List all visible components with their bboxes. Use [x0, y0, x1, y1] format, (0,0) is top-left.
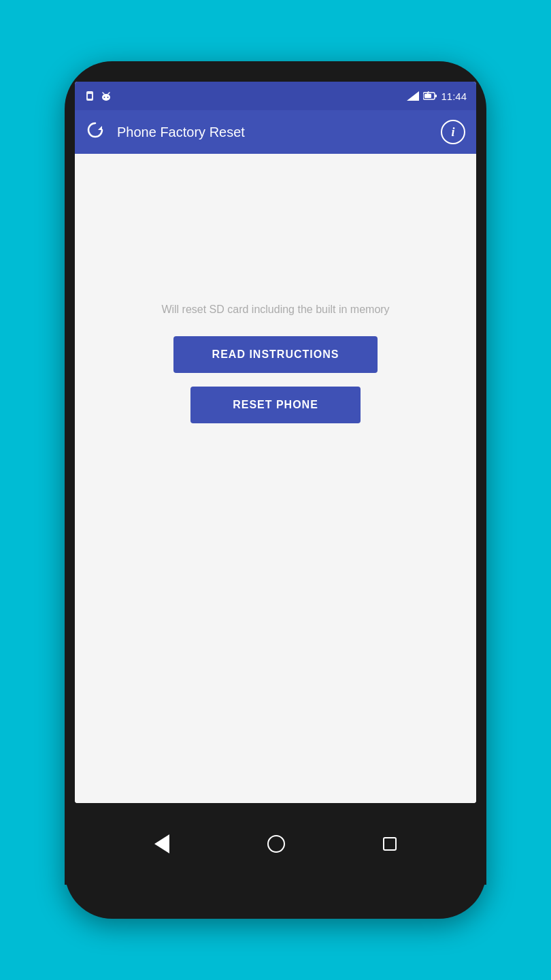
- battery-icon: [423, 91, 437, 101]
- status-bar: 11:44: [75, 82, 476, 110]
- svg-marker-7: [407, 91, 419, 101]
- status-left-icons: [84, 91, 112, 101]
- main-content: Will reset SD card including the built i…: [75, 154, 476, 803]
- svg-rect-9: [435, 95, 437, 97]
- refresh-icon[interactable]: [86, 120, 105, 144]
- svg-point-4: [107, 97, 109, 98]
- nav-back-button[interactable]: [154, 834, 169, 853]
- signal-icon: [407, 91, 419, 101]
- read-instructions-button[interactable]: READ INSTRUCTIONS: [173, 336, 378, 373]
- nav-recents-button[interactable]: [383, 837, 397, 851]
- info-icon[interactable]: i: [441, 120, 465, 144]
- svg-marker-14: [98, 126, 102, 130]
- svg-point-2: [102, 94, 110, 101]
- app-bar: Phone Factory Reset i: [75, 110, 476, 154]
- svg-line-6: [108, 93, 110, 94]
- android-icon: [101, 91, 112, 101]
- status-time: 11:44: [441, 91, 467, 102]
- nav-bar: [65, 803, 486, 885]
- description-text: Will reset SD card including the built i…: [154, 304, 396, 316]
- app-bar-title: Phone Factory Reset: [117, 125, 441, 140]
- reset-phone-button[interactable]: RESET PHONE: [190, 387, 361, 423]
- svg-rect-1: [88, 94, 92, 99]
- nav-home-button[interactable]: [267, 835, 285, 853]
- phone-device: 11:44 Phone Factory Reset i Will reset S…: [65, 61, 486, 919]
- svg-point-3: [104, 97, 105, 98]
- status-right-icons: 11:44: [407, 91, 467, 102]
- svg-line-5: [103, 93, 104, 94]
- phone-screen: 11:44 Phone Factory Reset i Will reset S…: [75, 82, 476, 803]
- sim-icon: [84, 91, 95, 101]
